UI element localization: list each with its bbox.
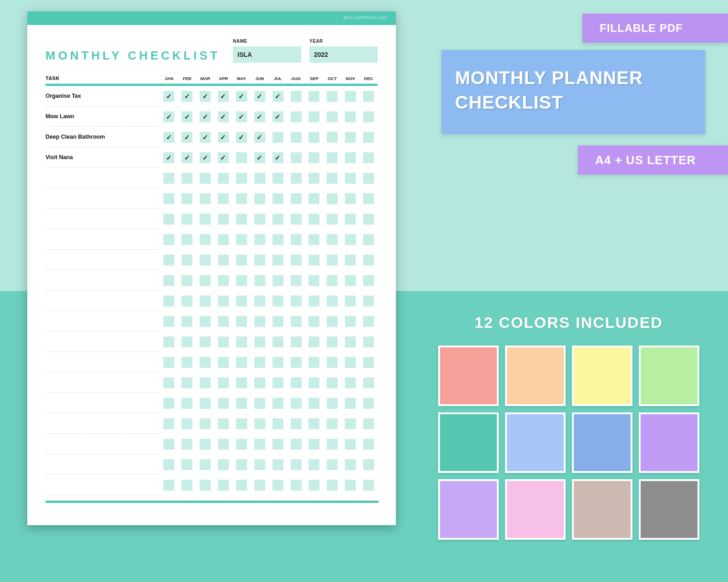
name-value[interactable]: ISLA xyxy=(233,46,301,63)
checkbox[interactable] xyxy=(291,439,302,450)
checkbox[interactable] xyxy=(345,275,356,286)
checkbox[interactable]: ✓ xyxy=(236,111,247,122)
checkbox[interactable] xyxy=(345,255,356,266)
checkbox[interactable] xyxy=(236,193,247,204)
checkbox[interactable] xyxy=(273,336,283,347)
task-name[interactable] xyxy=(46,250,160,270)
checkbox[interactable]: ✓ xyxy=(163,91,174,102)
checkbox[interactable] xyxy=(327,234,338,245)
checkbox[interactable] xyxy=(345,377,356,388)
checkbox[interactable] xyxy=(327,357,338,368)
checkbox[interactable] xyxy=(163,255,174,266)
checkbox[interactable]: ✓ xyxy=(163,111,174,122)
checkbox[interactable]: ✓ xyxy=(200,132,211,143)
checkbox[interactable] xyxy=(363,398,374,409)
checkbox[interactable] xyxy=(327,296,338,306)
checkbox[interactable] xyxy=(308,91,319,102)
checkbox[interactable] xyxy=(273,316,283,327)
task-name[interactable] xyxy=(46,229,160,250)
checkbox[interactable] xyxy=(273,357,283,368)
checkbox[interactable]: ✓ xyxy=(182,91,192,102)
checkbox[interactable] xyxy=(327,480,338,491)
checkbox[interactable] xyxy=(236,316,247,327)
checkbox[interactable]: ✓ xyxy=(254,111,265,122)
checkbox[interactable] xyxy=(291,152,302,163)
checkbox[interactable] xyxy=(345,480,356,491)
checkbox[interactable] xyxy=(163,296,174,306)
checkbox[interactable] xyxy=(291,111,302,122)
task-name[interactable]: Visit Nana xyxy=(46,147,160,168)
checkbox[interactable] xyxy=(308,275,319,286)
checkbox[interactable] xyxy=(363,439,374,450)
checkbox[interactable] xyxy=(363,234,374,245)
checkbox[interactable] xyxy=(308,377,319,388)
checkbox[interactable] xyxy=(182,480,192,491)
checkbox[interactable] xyxy=(200,418,211,429)
checkbox[interactable] xyxy=(182,173,192,184)
checkbox[interactable] xyxy=(308,480,319,491)
task-name[interactable] xyxy=(46,188,160,209)
checkbox[interactable] xyxy=(291,336,302,347)
checkbox[interactable] xyxy=(182,377,192,388)
checkbox[interactable] xyxy=(163,459,174,470)
checkbox[interactable] xyxy=(200,214,211,225)
task-name[interactable] xyxy=(46,270,160,291)
checkbox[interactable] xyxy=(308,234,319,245)
checkbox[interactable] xyxy=(363,377,374,388)
checkbox[interactable] xyxy=(273,296,283,306)
checkbox[interactable] xyxy=(254,193,265,204)
checkbox[interactable] xyxy=(291,398,302,409)
checkbox[interactable] xyxy=(254,173,265,184)
checkbox[interactable] xyxy=(363,316,374,327)
checkbox[interactable]: ✓ xyxy=(182,132,192,143)
checkbox[interactable] xyxy=(308,316,319,327)
checkbox[interactable] xyxy=(308,214,319,225)
checkbox[interactable] xyxy=(363,275,374,286)
checkbox[interactable] xyxy=(182,336,192,347)
checkbox[interactable] xyxy=(363,173,374,184)
checkbox[interactable] xyxy=(236,480,247,491)
checkbox[interactable] xyxy=(345,111,356,122)
checkbox[interactable] xyxy=(345,214,356,225)
checkbox[interactable] xyxy=(327,336,338,347)
checkbox[interactable] xyxy=(273,255,283,266)
checkbox[interactable] xyxy=(218,377,229,388)
checkbox[interactable] xyxy=(218,255,229,266)
task-name[interactable]: Mow Lawn xyxy=(46,106,160,127)
checkbox[interactable] xyxy=(308,357,319,368)
checkbox[interactable] xyxy=(200,336,211,347)
checkbox[interactable] xyxy=(254,234,265,245)
checkbox[interactable] xyxy=(327,152,338,163)
checkbox[interactable] xyxy=(291,418,302,429)
checkbox[interactable]: ✓ xyxy=(236,132,247,143)
checkbox[interactable] xyxy=(291,91,302,102)
checkbox[interactable] xyxy=(236,398,247,409)
checkbox[interactable] xyxy=(327,275,338,286)
task-name[interactable] xyxy=(46,475,160,495)
checkbox[interactable] xyxy=(200,398,211,409)
checkbox[interactable] xyxy=(163,480,174,491)
checkbox[interactable] xyxy=(327,439,338,450)
checkbox[interactable] xyxy=(363,132,374,143)
checkbox[interactable] xyxy=(345,459,356,470)
checkbox[interactable] xyxy=(163,418,174,429)
checkbox[interactable] xyxy=(273,132,283,143)
checkbox[interactable]: ✓ xyxy=(218,132,229,143)
checkbox[interactable] xyxy=(163,173,174,184)
checkbox[interactable] xyxy=(363,459,374,470)
checkbox[interactable] xyxy=(200,377,211,388)
task-name[interactable] xyxy=(46,413,160,434)
checkbox[interactable] xyxy=(236,336,247,347)
checkbox[interactable] xyxy=(327,173,338,184)
checkbox[interactable] xyxy=(345,296,356,306)
checkbox[interactable] xyxy=(236,173,247,184)
checkbox[interactable]: ✓ xyxy=(182,152,192,163)
checkbox[interactable] xyxy=(273,480,283,491)
checkbox[interactable] xyxy=(291,234,302,245)
checkbox[interactable]: ✓ xyxy=(254,152,265,163)
checkbox[interactable] xyxy=(218,296,229,306)
task-name[interactable] xyxy=(46,454,160,475)
task-name[interactable]: Deep Clean Bathroom xyxy=(46,127,160,147)
checkbox[interactable] xyxy=(236,255,247,266)
checkbox[interactable] xyxy=(273,439,283,450)
